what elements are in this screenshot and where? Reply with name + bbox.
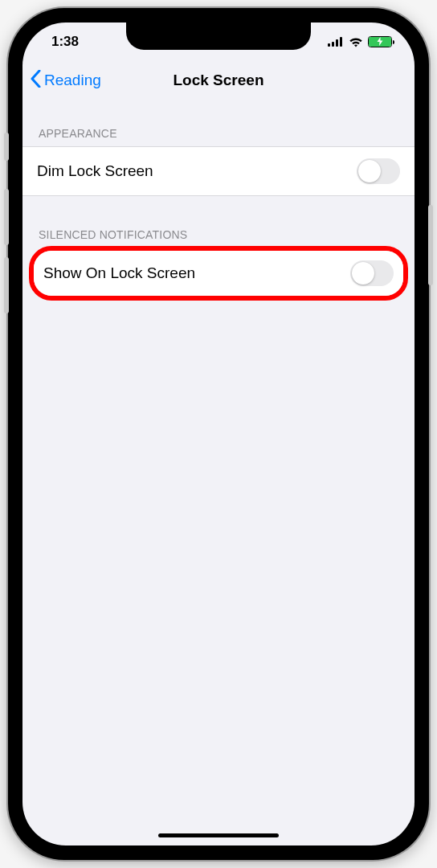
page-title: Lock Screen [174, 72, 264, 89]
toggle-show-on-lock-screen[interactable] [350, 260, 394, 286]
svg-rect-1 [332, 42, 334, 47]
svg-rect-0 [328, 43, 330, 47]
cellular-signal-icon [328, 37, 344, 47]
charging-bolt-icon [377, 37, 383, 47]
toggle-dim-lock-screen[interactable] [357, 158, 400, 184]
section-header-appearance: APPEARANCE [22, 116, 415, 146]
row-show-on-lock-screen[interactable]: Show On Lock Screen [34, 251, 403, 296]
highlight-outline: Show On Lock Screen [29, 246, 408, 301]
wifi-icon [349, 37, 363, 47]
toggle-knob [358, 160, 381, 182]
battery-fill [369, 37, 391, 47]
home-indicator[interactable] [158, 833, 279, 837]
svg-rect-3 [340, 37, 342, 47]
volume-up-button [4, 189, 9, 245]
battery-icon [368, 36, 392, 47]
back-button[interactable]: Reading [31, 61, 101, 100]
chevron-left-icon [31, 70, 41, 92]
content: APPEARANCE Dim Lock Screen SILENCED NOTI… [22, 100, 415, 301]
screen: 1:38 [22, 23, 415, 845]
power-button [428, 205, 433, 285]
toggle-knob [352, 262, 374, 285]
section-header-silenced-notifications: SILENCED NOTIFICATIONS [22, 217, 415, 248]
silence-switch [4, 133, 9, 161]
svg-rect-2 [336, 39, 338, 47]
row-label: Show On Lock Screen [43, 264, 195, 282]
phone-frame: 1:38 [8, 8, 429, 860]
status-right [328, 36, 392, 47]
section-appearance: APPEARANCE Dim Lock Screen [22, 116, 415, 196]
volume-down-button [4, 257, 9, 313]
row-dim-lock-screen[interactable]: Dim Lock Screen [22, 146, 415, 196]
notch [126, 23, 311, 50]
back-label: Reading [44, 72, 101, 89]
section-silenced-notifications: SILENCED NOTIFICATIONS Show On Lock Scre… [22, 217, 415, 301]
status-time: 1:38 [51, 34, 79, 50]
nav-bar: Reading Lock Screen [22, 61, 415, 100]
row-label: Dim Lock Screen [37, 162, 153, 180]
